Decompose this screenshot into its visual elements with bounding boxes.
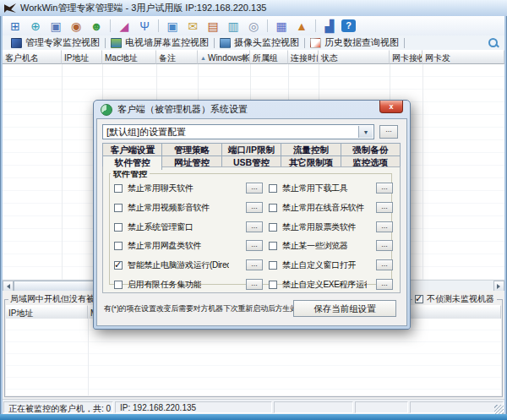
statistics-icon[interactable]: ◢ (116, 19, 133, 34)
browse-button[interactable]: ... (246, 202, 263, 213)
config-group-select[interactable]: [默认组]的设置配置 ▼ (102, 124, 374, 139)
column-header-status[interactable]: 状态 (319, 50, 390, 64)
column-header-ip[interactable]: IP地址 (62, 50, 102, 64)
file-log-icon[interactable]: ▤ (204, 19, 221, 34)
option-label: 禁止常用聊天软件 (128, 183, 194, 194)
view-tab-label: 摄像头监控视图 (234, 36, 299, 49)
browse-button[interactable]: ... (376, 259, 393, 270)
option-label: 禁止常用视频影音软件 (128, 202, 210, 214)
screen-settings-icon[interactable]: ▣ (47, 19, 64, 34)
checkbox-block-games-directx[interactable] (114, 261, 123, 270)
search-icon[interactable] (488, 37, 499, 48)
dialog-close-button[interactable]: x (379, 101, 403, 113)
column-header-remark[interactable]: 备注 (156, 50, 198, 64)
lan-column-ip[interactable]: IP地址 (6, 305, 88, 319)
dialog-title: 客户端（被管理机器）系统设置 (117, 103, 248, 116)
cd-burn-icon[interactable]: ◎ (245, 19, 262, 34)
tab-force-backup[interactable]: 强制备份 (341, 144, 400, 155)
view-tab-bar: 管理专家监控视图 电视墙屏幕监控视图 摄像头监控视图 历史数据查询视图 (3, 35, 504, 51)
checkbox-block-chat[interactable] (114, 184, 123, 193)
checkbox-block-download-tools[interactable] (269, 184, 277, 193)
status-ip: IP: 192.168.220.135 (115, 401, 272, 413)
chevron-down-icon[interactable]: ▼ (358, 126, 373, 138)
browse-button[interactable]: ... (376, 221, 393, 232)
tab-traffic-control[interactable]: 流量控制 (281, 144, 341, 155)
internet-icon[interactable]: ⊕ (27, 19, 44, 34)
checkbox-block-video[interactable] (114, 204, 123, 212)
option-row: 禁止自定义EXE程序运行 ... (269, 279, 393, 290)
tab-client-settings[interactable]: 客户端设置 (103, 144, 162, 155)
checkbox-block-sysadmin-window[interactable] (114, 223, 123, 232)
option-row: 禁止常用在线音乐软件 ... (269, 202, 393, 213)
browse-button[interactable]: ... (246, 240, 263, 251)
browse-button[interactable]: ... (376, 279, 393, 290)
browse-button[interactable]: ... (376, 202, 393, 213)
column-header-nic-send[interactable]: 网卡发 (422, 50, 504, 64)
usb-control-icon[interactable]: Ψ (136, 19, 153, 34)
dialog-client-area: [默认组]的设置配置 ▼ ... 客户端设置 管理策略 端口/IP限制 流量控制… (96, 118, 407, 326)
tab-port-ip-limit[interactable]: 端口/IP限制 (222, 144, 281, 155)
browse-button[interactable]: ... (246, 259, 263, 270)
checkbox-block-custom-exe[interactable] (269, 281, 277, 289)
no-detect-checkbox[interactable] (415, 295, 423, 303)
titlebar: WorkWin管理专家管理端 - 3用户试用版 IP:192.168.220.1… (0, 0, 507, 16)
column-header-label: Windows帐户 (208, 53, 250, 63)
column-header-connect-time[interactable]: 连接时间 (288, 50, 319, 64)
arrow-right-icon (497, 284, 503, 289)
option-label: 禁止自定义EXE程序运行 (282, 279, 367, 291)
settings-dialog: 客户端（被管理机器）系统设置 x [默认组]的设置配置 ▼ ... 客户端设置 … (93, 100, 411, 330)
column-header-nic-recv[interactable]: 网卡接收... (390, 50, 422, 64)
checkbox-limited-taskset[interactable] (114, 281, 123, 289)
tab-camera-view[interactable]: 摄像头监控视图 (215, 35, 304, 50)
status-panel (274, 401, 353, 413)
alert-icon[interactable]: ▲ (293, 19, 310, 34)
browse-button[interactable]: ... (246, 279, 263, 290)
sort-asc-icon: ▲ (200, 55, 206, 61)
status-panel (410, 401, 504, 413)
checkbox-block-online-music[interactable] (269, 204, 277, 212)
column-header-client-name[interactable]: 客户机名 (3, 50, 62, 64)
config-browse-button[interactable]: ... (379, 125, 398, 139)
tab-manager-monitor-view[interactable]: 管理专家监控视图 (6, 35, 105, 50)
tv-wall-icon (111, 38, 122, 48)
shop-cart-icon[interactable]: ▟ (321, 19, 338, 34)
column-header-mac[interactable]: Mac地址 (102, 50, 156, 64)
no-detect-label: 不侦测未监视机器 (427, 293, 494, 305)
checkbox-block-custom-window[interactable] (269, 261, 277, 270)
toolbar-separator (267, 19, 268, 32)
option-row: 禁止某一些浏览器 ... (269, 240, 393, 251)
lan-table-body[interactable] (6, 319, 501, 395)
software-control-panel: 软件管控 禁止常用聊天软件 ... 禁止常用视频影音软件 ... 禁止系统管理窗… (102, 166, 401, 293)
checkbox-block-browsers[interactable] (269, 242, 277, 250)
checkbox-block-netdisk[interactable] (114, 242, 123, 250)
status-bar: 正在被监控的客户机，共: 0 IP: 192.168.220.135 (3, 399, 504, 415)
option-label: 智能禁止电脑游戏运行(DirectX) (128, 259, 229, 271)
tab-history-query-view[interactable]: 历史数据查询视图 (305, 35, 404, 50)
tab-software-control[interactable]: 软件管控 (103, 156, 162, 170)
browse-button[interactable]: ... (376, 183, 393, 194)
option-row: 禁止系统管理窗口 ... (114, 221, 263, 232)
browse-button[interactable]: ... (376, 240, 393, 251)
users-icon[interactable]: ☻ (88, 19, 105, 34)
windows-icon[interactable]: ⊞ (7, 19, 24, 34)
camera-search-icon[interactable]: ◉ (68, 19, 84, 34)
tab-manage-policy[interactable]: 管理策略 (162, 144, 221, 155)
column-header-windows-account[interactable]: ▲Windows帐户 (198, 50, 250, 64)
view-tab-label: 历史数据查询视图 (324, 36, 399, 49)
notebook-icon[interactable]: ▦ (273, 19, 290, 34)
column-divider (422, 64, 423, 280)
mail-icon[interactable]: ✉ (184, 19, 201, 34)
browse-button[interactable]: ... (246, 183, 263, 194)
browse-button[interactable]: ... (246, 221, 263, 232)
remote-desktop-icon[interactable]: ▣ (164, 19, 181, 34)
software-group-title: 软件管控 (111, 168, 150, 180)
help-icon[interactable]: ? (341, 19, 356, 32)
view-tab-separator (404, 38, 405, 48)
save-group-settings-button[interactable]: 保存当前组设置 (293, 300, 396, 317)
tab-tv-wall-view[interactable]: 电视墙屏幕监控视图 (106, 35, 214, 50)
no-detect-checkbox-row[interactable]: 不侦测未监视机器 (412, 293, 497, 305)
resize-grip[interactable] (494, 405, 504, 414)
window-manage-icon[interactable]: ▥ (225, 19, 242, 34)
column-header-group[interactable]: 所属组 (250, 50, 288, 64)
checkbox-block-stock-software[interactable] (269, 223, 277, 232)
